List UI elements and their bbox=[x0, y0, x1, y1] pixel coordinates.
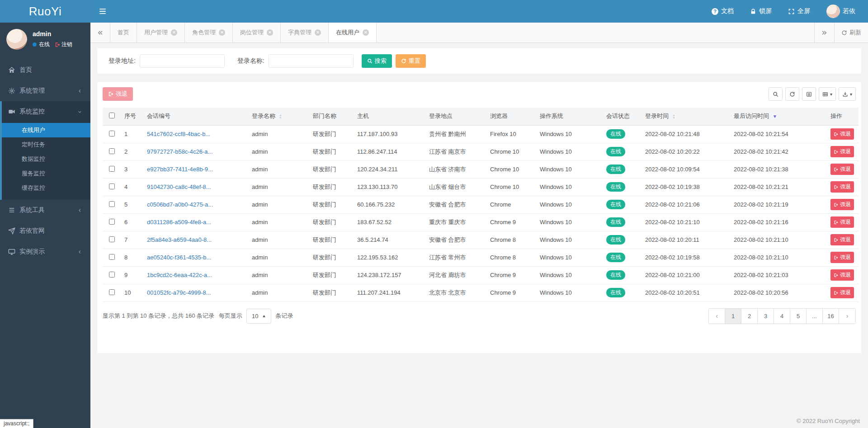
video-icon bbox=[8, 108, 15, 115]
cell-status: 在线 bbox=[603, 231, 642, 249]
row-force-logout-button[interactable]: 强退 bbox=[830, 216, 854, 228]
page-button-3[interactable]: 3 bbox=[758, 309, 774, 324]
tab-close-icon[interactable]: ✕ bbox=[363, 29, 369, 36]
tab-user-manage[interactable]: 用户管理✕ bbox=[137, 23, 185, 42]
tab-dict-manage[interactable]: 字典管理✕ bbox=[281, 23, 329, 42]
page-button-16[interactable]: 16 bbox=[823, 309, 839, 324]
tab-role-manage[interactable]: 角色管理✕ bbox=[185, 23, 233, 42]
tab-online-user[interactable]: 在线用户✕ bbox=[329, 23, 377, 42]
cell-session-id: 1bc9cd2c-6eaa-422c-a... bbox=[143, 266, 248, 284]
session-id-link[interactable]: 541c7602-ccf8-4bac-b... bbox=[147, 131, 210, 137]
tab-close-icon[interactable]: ✕ bbox=[315, 29, 321, 36]
login-address-input[interactable] bbox=[140, 54, 225, 68]
sidebar-subitem-label: 在线用户 bbox=[22, 126, 45, 134]
table-row: 491042730-ca8c-48ef-8...admin研发部门123.130… bbox=[103, 178, 859, 196]
row-checkbox[interactable] bbox=[109, 183, 115, 189]
sidebar-item-system-monitor[interactable]: 系统监控 bbox=[2, 101, 90, 122]
session-id-link[interactable]: ae05240c-f361-4535-b... bbox=[147, 254, 211, 261]
tab-close-icon[interactable]: ✕ bbox=[267, 29, 273, 36]
sidebar-item-system-tool[interactable]: 系统工具 bbox=[0, 200, 90, 221]
sidebar-toggle-button[interactable] bbox=[90, 0, 115, 23]
row-force-logout-button[interactable]: 强退 bbox=[830, 146, 854, 157]
row-force-logout-button[interactable]: 强退 bbox=[830, 269, 854, 281]
row-force-logout-button[interactable]: 强退 bbox=[830, 164, 854, 175]
sidebar-item-ruoyi-site[interactable]: 若依官网 bbox=[0, 221, 90, 241]
cell-action: 强退 bbox=[827, 178, 859, 196]
row-checkbox[interactable] bbox=[109, 272, 115, 277]
sidebar-item-online-user[interactable]: 在线用户 bbox=[2, 123, 90, 137]
row-checkbox[interactable] bbox=[109, 166, 115, 172]
session-id-link[interactable]: c0506bd7-a0b0-4275-a... bbox=[147, 201, 213, 208]
session-id-link[interactable]: 2f5a84e3-a659-4aa0-8... bbox=[147, 236, 212, 243]
session-id-link[interactable]: 91042730-ca8c-48ef-8... bbox=[147, 183, 211, 190]
row-checkbox[interactable] bbox=[109, 219, 115, 225]
row-checkbox[interactable] bbox=[109, 236, 115, 242]
sidebar-item-demo[interactable]: 实例演示 bbox=[0, 241, 90, 262]
row-checkbox[interactable] bbox=[109, 201, 115, 207]
lock-screen-link[interactable]: 锁屏 bbox=[750, 7, 772, 15]
row-force-logout-button[interactable]: 强退 bbox=[830, 234, 854, 245]
row-checkbox[interactable] bbox=[109, 148, 115, 154]
row-force-logout-button[interactable]: 强退 bbox=[830, 287, 854, 298]
col-header-last_access[interactable]: 最后访问时间▼ bbox=[730, 108, 827, 125]
list-alt-toolbar-button[interactable] bbox=[802, 87, 816, 101]
tab-home[interactable]: 首页 bbox=[110, 23, 137, 42]
force-logout-button[interactable]: 强退 bbox=[103, 87, 133, 101]
tab-refresh-button[interactable]: 刷新 bbox=[834, 23, 868, 42]
session-id-link[interactable]: e927bb37-7411-4e8b-9... bbox=[147, 166, 213, 173]
sidebar-item-label: 若依官网 bbox=[19, 227, 45, 235]
sidebar-item-data-monitor[interactable]: 数据监控 bbox=[2, 152, 90, 166]
header-user-menu[interactable]: 若依 bbox=[826, 5, 855, 18]
user-avatar[interactable] bbox=[6, 29, 27, 50]
session-id-link[interactable]: 001052fc-a79c-4999-8... bbox=[147, 289, 211, 296]
session-id-link[interactable]: 97972727-b58c-4c26-a... bbox=[147, 148, 212, 155]
page-prev-button[interactable]: ‹ bbox=[709, 309, 725, 324]
login-name-input[interactable] bbox=[269, 54, 354, 68]
sidebar-item-home[interactable]: 首页 bbox=[0, 60, 90, 80]
row-checkbox[interactable] bbox=[109, 131, 115, 136]
docs-link[interactable]: ? 文档 bbox=[712, 7, 734, 15]
sidebar-item-scheduled-job[interactable]: 定时任务 bbox=[2, 137, 90, 152]
columns-toolbar-button[interactable]: ▾ bbox=[819, 87, 836, 101]
cell-browser: Firefox 10 bbox=[486, 125, 536, 143]
tab-close-icon[interactable]: ✕ bbox=[219, 29, 225, 36]
page-size-dropdown[interactable]: 10 ▲ bbox=[246, 309, 271, 324]
page-button-1[interactable]: 1 bbox=[725, 309, 741, 324]
page-button-2[interactable]: 2 bbox=[741, 309, 758, 324]
cell-last-access: 2022-08-02 10:21:38 bbox=[730, 160, 827, 178]
refresh-toolbar-button[interactable] bbox=[785, 87, 799, 101]
sidebar-item-cache-monitor[interactable]: 缓存监控 bbox=[2, 181, 90, 195]
row-checkbox[interactable] bbox=[109, 289, 115, 295]
cell-host: 183.67.52.52 bbox=[354, 213, 425, 231]
search-button[interactable]: 搜索 bbox=[362, 54, 392, 68]
row-select-cell bbox=[103, 213, 121, 231]
col-header-login_name[interactable]: 登录名称▲▼ bbox=[248, 108, 309, 125]
cell-os: Windows 10 bbox=[536, 284, 603, 301]
row-force-logout-button[interactable]: 强退 bbox=[830, 199, 854, 210]
row-force-logout-button[interactable]: 强退 bbox=[830, 252, 854, 263]
tab-post-manage[interactable]: 岗位管理✕ bbox=[233, 23, 281, 42]
sort-desc-icon: ▼ bbox=[773, 114, 777, 119]
tab-close-icon[interactable]: ✕ bbox=[171, 29, 177, 36]
sidebar-item-system-manage[interactable]: 系统管理 bbox=[0, 80, 90, 101]
row-force-logout-button[interactable]: 强退 bbox=[830, 181, 854, 193]
session-id-link[interactable]: d0311286-a509-4fe8-a... bbox=[147, 219, 211, 226]
search-toolbar-button[interactable] bbox=[769, 87, 783, 101]
select-all-checkbox[interactable] bbox=[109, 113, 115, 118]
cell-index: 9 bbox=[121, 266, 143, 284]
row-force-logout-button[interactable]: 强退 bbox=[830, 128, 854, 140]
tabs-scroll-left-button[interactable] bbox=[90, 23, 110, 42]
logout-link[interactable]: 注销 bbox=[55, 41, 72, 48]
sidebar-item-server-monitor[interactable]: 服务监控 bbox=[2, 166, 90, 181]
fullscreen-link[interactable]: 全屏 bbox=[788, 7, 810, 15]
cell-status: 在线 bbox=[603, 160, 642, 178]
export-toolbar-button[interactable]: ▾ bbox=[839, 87, 856, 101]
reset-button[interactable]: 重置 bbox=[396, 54, 426, 68]
tabs-scroll-right-button[interactable] bbox=[814, 23, 834, 42]
page-button-4[interactable]: 4 bbox=[774, 309, 790, 324]
page-button-5[interactable]: 5 bbox=[790, 309, 807, 324]
row-checkbox[interactable] bbox=[109, 254, 115, 260]
session-id-link[interactable]: 1bc9cd2c-6eaa-422c-a... bbox=[147, 272, 212, 278]
col-header-login_time[interactable]: 登录时间▲▼ bbox=[642, 108, 730, 125]
page-next-button[interactable]: › bbox=[839, 309, 855, 324]
